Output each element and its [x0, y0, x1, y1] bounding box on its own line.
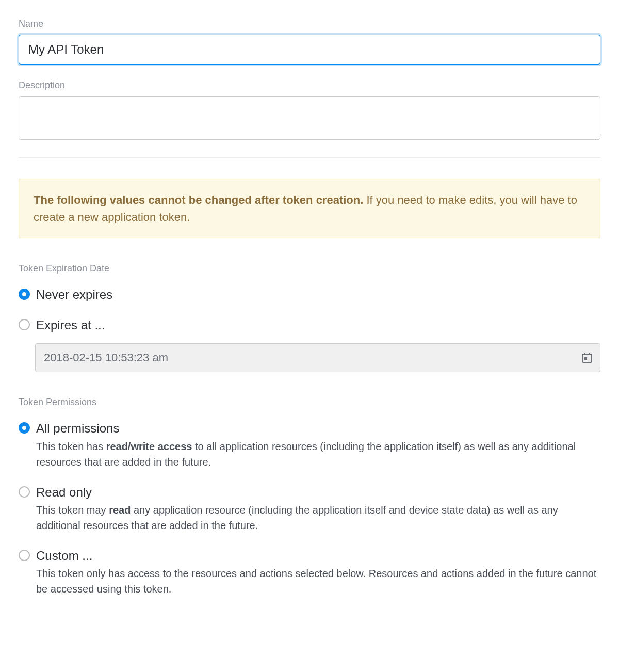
- calendar-icon: [581, 351, 593, 364]
- radio-read-only-label: Read only: [36, 484, 600, 500]
- expiration-date-input[interactable]: [35, 343, 600, 372]
- name-input[interactable]: [19, 35, 600, 65]
- warning-callout: The following values cannot be changed a…: [19, 179, 600, 238]
- radio-never-expires[interactable]: [19, 289, 30, 300]
- divider: [19, 157, 600, 158]
- radio-never-expires-label: Never expires: [36, 286, 600, 302]
- radio-expires-at-label: Expires at ...: [36, 317, 600, 333]
- radio-custom[interactable]: [19, 550, 30, 561]
- svg-rect-3: [584, 357, 587, 360]
- radio-read-only-desc: This token may read any application reso…: [36, 502, 600, 533]
- radio-custom-desc: This token only has access to the resour…: [36, 566, 600, 597]
- callout-bold: The following values cannot be changed a…: [34, 194, 363, 206]
- expiration-section-label: Token Expiration Date: [19, 263, 600, 274]
- description-label: Description: [19, 80, 600, 91]
- radio-custom-label: Custom ...: [36, 548, 600, 564]
- radio-read-only[interactable]: [19, 486, 30, 498]
- radio-expires-at[interactable]: [19, 319, 30, 330]
- name-label: Name: [19, 19, 600, 29]
- permissions-section-label: Token Permissions: [19, 397, 600, 408]
- radio-all-permissions-desc: This token has read/write access to all …: [36, 439, 600, 470]
- radio-all-permissions-label: All permissions: [36, 420, 600, 436]
- description-input[interactable]: [19, 96, 600, 140]
- radio-all-permissions[interactable]: [19, 422, 30, 434]
